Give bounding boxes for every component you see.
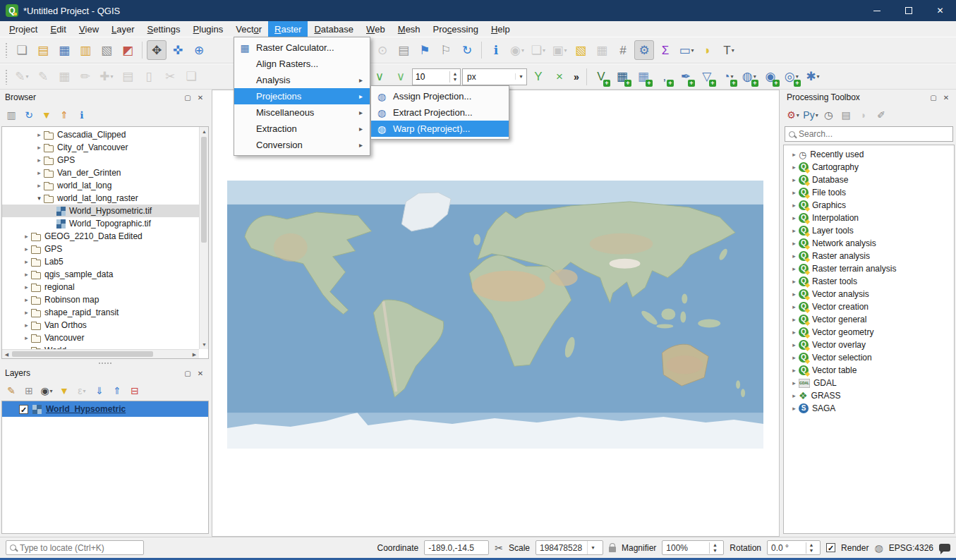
expander-icon[interactable]: ▸ — [22, 322, 31, 329]
crs-globe-icon[interactable]: ◍ — [874, 543, 883, 553]
menubar-item-layer[interactable]: Layer — [105, 21, 141, 37]
browser-item-van-der-grinten[interactable]: ▸Van_der_Grinten — [2, 166, 199, 179]
expander-icon[interactable]: ▸ — [789, 291, 799, 298]
expander-icon[interactable]: ▸ — [789, 354, 799, 361]
collapse-all-layers-button[interactable]: ⇑ — [109, 382, 126, 399]
toolbox-group-gdal[interactable]: ▸GDALGDAL — [784, 377, 954, 389]
toolbar-grip[interactable] — [5, 69, 8, 85]
magnifier-input[interactable] — [666, 543, 706, 553]
processing-log-button[interactable]: ▤ — [837, 106, 854, 123]
menu-item-assign-projection[interactable]: ◍Assign Projection... — [371, 88, 509, 104]
pan-map-button[interactable]: ✥ — [147, 40, 167, 60]
toolbox-group-raster-terrain-analysis[interactable]: ▸QRaster terrain analysis — [784, 262, 954, 275]
expander-icon[interactable]: ▸ — [35, 157, 44, 164]
new-spatial-bookmark-button[interactable]: ⚑ — [415, 40, 435, 60]
layers-float-button[interactable]: ▢ — [183, 370, 193, 377]
snapping-intersection-button[interactable]: × — [550, 67, 569, 87]
expander-icon[interactable]: ▸ — [789, 392, 799, 399]
add-virtual-layer-button[interactable]: ▽+ — [697, 67, 717, 87]
lock-scale-icon[interactable] — [609, 547, 616, 552]
toolbox-group-interpolation[interactable]: ▸QInterpolation — [784, 212, 954, 224]
expander-icon[interactable]: ▸ — [789, 176, 799, 183]
locator-input[interactable] — [20, 543, 140, 553]
add-virtual-point-layer-button[interactable]: ✱▾ — [803, 67, 823, 87]
new-map-view-button[interactable]: ▤ — [394, 40, 413, 60]
expander-icon[interactable]: ▸ — [22, 233, 31, 240]
layers-close-button[interactable]: ✕ — [195, 370, 205, 377]
layer-item-world-hypsometric[interactable]: ✓World_Hypsometric — [2, 401, 208, 417]
add-delimited-text-button[interactable]: ,+ — [655, 67, 674, 87]
locator-bar[interactable] — [6, 540, 144, 555]
expander-icon[interactable]: ▸ — [35, 144, 44, 151]
browser-item-gps[interactable]: ▸GPS — [2, 243, 199, 255]
menubar-item-view[interactable]: View — [73, 21, 105, 37]
browser-item-robinson-map[interactable]: ▸Robinson map — [2, 293, 199, 306]
expander-icon[interactable]: ▸ — [22, 309, 31, 316]
toolbox-group-vector-table[interactable]: ▸QVector table — [784, 364, 954, 377]
browser-item-cascadia-clipped[interactable]: ▸Cascadia_Clipped — [2, 128, 199, 141]
browser-item-world-hypsometric-tif[interactable]: World_Hypsometric.tif — [2, 205, 199, 217]
expander-icon[interactable]: ▸ — [789, 202, 799, 209]
close-button[interactable]: ✕ — [924, 0, 956, 21]
spin-arrows-icon[interactable]: ▲▼ — [449, 71, 460, 83]
menubar-item-vector[interactable]: Vector — [229, 21, 268, 37]
style-manager-button[interactable]: ◩ — [118, 40, 138, 60]
expander-icon[interactable]: ▸ — [22, 334, 31, 341]
snapping-tolerance-input[interactable] — [413, 72, 449, 82]
toolbox-group-raster-tools[interactable]: ▸QRaster tools — [784, 275, 954, 288]
toolbox-group-database[interactable]: ▸QDatabase — [784, 174, 954, 186]
rotation-spin[interactable]: ▲▼ — [767, 540, 821, 555]
expander-icon[interactable]: ▸ — [789, 329, 799, 336]
expander-icon[interactable]: ▸ — [789, 214, 799, 221]
browser-item-gps[interactable]: ▸GPS — [2, 154, 199, 166]
toolbox-group-vector-overlay[interactable]: ▸QVector overlay — [784, 339, 954, 351]
toolbar-grip[interactable] — [5, 42, 8, 58]
text-annotation-button[interactable]: T▾ — [719, 40, 739, 60]
scale-combobox[interactable]: ▾ — [536, 540, 603, 555]
scroll-right-icon[interactable]: ▶ — [190, 350, 199, 359]
menu-item-miscellaneous[interactable]: Miscellaneous▸ — [234, 104, 370, 121]
processing-models-button[interactable]: ⚙▾ — [785, 106, 801, 123]
browser-close-button[interactable]: ✕ — [195, 94, 205, 102]
zoom-in-button[interactable]: ⊕ — [189, 40, 209, 60]
expander-icon[interactable]: ▸ — [789, 227, 799, 234]
menubar-item-web[interactable]: Web — [360, 21, 392, 37]
open-project-button[interactable]: ▤ — [33, 40, 53, 60]
expander-icon[interactable]: ▸ — [789, 379, 799, 386]
coordinate-box[interactable] — [424, 540, 489, 555]
menu-item-warp-reproject[interactable]: ◍Warp (Reproject)... — [371, 121, 509, 137]
menubar-item-mesh[interactable]: Mesh — [392, 21, 427, 37]
browser-hscrollbar[interactable]: ◀ ▶ — [2, 349, 199, 358]
field-calculator-button[interactable]: # — [613, 40, 633, 60]
deselect-all-button[interactable]: ▧ — [571, 40, 591, 60]
scroll-thumb[interactable] — [12, 351, 153, 357]
menu-item-analysis[interactable]: Analysis▸ — [234, 72, 370, 88]
expand-all-layers-button[interactable]: ⇓ — [91, 382, 108, 399]
expander-icon[interactable]: ▾ — [35, 195, 44, 202]
add-wfs-layer-button[interactable]: ◎+▾ — [782, 67, 801, 87]
menubar-item-processing[interactable]: Processing — [427, 21, 485, 37]
add-wcs-layer-button[interactable]: ◉+ — [761, 67, 780, 87]
menu-item-raster-calculator[interactable]: ▦Raster Calculator... — [234, 39, 370, 56]
toolbox-group-layer-tools[interactable]: ▸QLayer tools — [784, 224, 954, 237]
snapping-tolerance-spinbox[interactable]: ▲▼ — [412, 68, 461, 85]
browser-float-button[interactable]: ▢ — [183, 94, 193, 102]
processing-close-button[interactable]: ✕ — [941, 94, 951, 102]
expander-icon[interactable]: ▸ — [789, 405, 799, 412]
browser-item-world-topographic-tif[interactable]: World_Topographic.tif — [2, 217, 199, 230]
snapping-vertex-button[interactable]: ∨ — [370, 67, 389, 87]
menubar-item-help[interactable]: Help — [485, 21, 516, 37]
expander-icon[interactable]: ▸ — [789, 189, 799, 196]
maximize-button[interactable] — [893, 0, 924, 21]
add-spatialite-layer-button[interactable]: ✒+ — [676, 67, 696, 87]
browser-item-regional[interactable]: ▸regional — [2, 281, 199, 293]
browser-item-vancouver[interactable]: ▸Vancouver — [2, 331, 199, 344]
new-project-button[interactable]: ❏ — [12, 40, 32, 60]
minimize-button[interactable] — [861, 0, 893, 21]
toolbox-group-recently-used[interactable]: ▸◷Recently used — [784, 148, 954, 161]
browser-item-city-of-vancouver[interactable]: ▸City_of_Vancouver — [2, 141, 199, 154]
menu-item-align-rasters[interactable]: Align Rasters... — [234, 56, 370, 72]
expander-icon[interactable]: ▸ — [789, 316, 799, 323]
statistics-panel-button[interactable]: Σ — [655, 40, 675, 60]
browser-collapse-all-button[interactable]: ⇑ — [56, 106, 73, 123]
